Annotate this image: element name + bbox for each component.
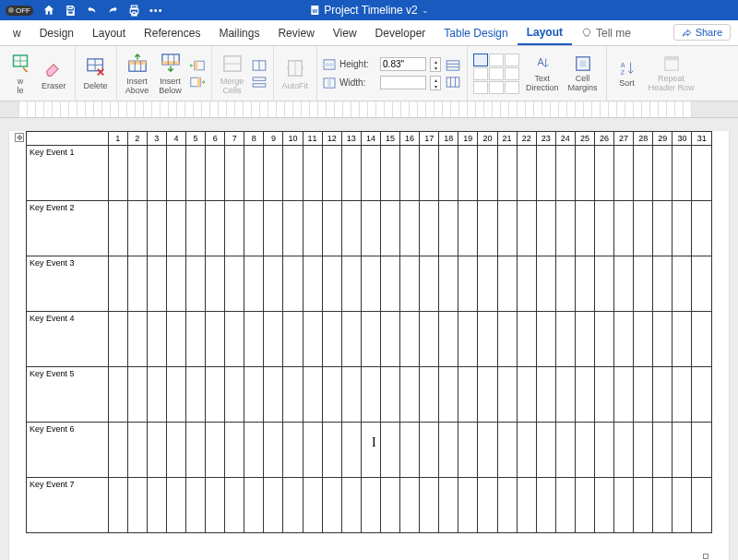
day-cell[interactable] (439, 256, 458, 312)
day-cell[interactable] (361, 256, 380, 312)
distribute-cols-button[interactable] (445, 75, 461, 89)
day-cell[interactable] (186, 146, 206, 201)
day-cell[interactable] (283, 146, 303, 201)
day-cell[interactable] (400, 201, 420, 256)
day-cell[interactable] (439, 201, 458, 256)
day-header[interactable]: 19 (458, 132, 478, 146)
day-cell[interactable] (186, 256, 206, 312)
day-cell[interactable] (420, 423, 439, 478)
day-cell[interactable] (206, 312, 225, 367)
day-cell[interactable] (341, 256, 361, 312)
day-cell[interactable] (380, 478, 399, 533)
day-cell[interactable] (439, 367, 458, 423)
row-label-cell[interactable]: Key Event 5 (27, 367, 109, 423)
day-cell[interactable] (322, 201, 341, 256)
day-cell[interactable] (244, 146, 264, 201)
day-cell[interactable] (555, 146, 575, 201)
day-header[interactable]: 8 (244, 132, 264, 146)
sort-button[interactable]: AZ Sort (613, 57, 642, 90)
day-header[interactable]: 24 (555, 132, 575, 146)
day-cell[interactable] (127, 146, 147, 201)
day-cell[interactable] (206, 423, 225, 478)
cell-margins-button[interactable]: Cell Margins (565, 53, 601, 95)
day-header[interactable]: 28 (634, 132, 653, 146)
day-cell[interactable] (147, 478, 166, 533)
day-cell[interactable] (225, 423, 244, 478)
height-input[interactable] (380, 57, 426, 71)
day-cell[interactable] (575, 312, 594, 367)
day-header[interactable]: 16 (400, 132, 420, 146)
day-cell[interactable] (341, 478, 361, 533)
day-cell[interactable] (673, 146, 692, 201)
day-cell[interactable] (166, 201, 185, 256)
day-cell[interactable] (517, 367, 536, 423)
day-cell[interactable] (264, 256, 283, 312)
day-cell[interactable] (361, 146, 380, 201)
day-cell[interactable] (673, 423, 692, 478)
day-header[interactable]: 6 (206, 132, 225, 146)
day-cell[interactable] (634, 201, 653, 256)
day-cell[interactable] (536, 146, 555, 201)
table-row[interactable]: Key Event 3 (27, 256, 712, 312)
day-cell[interactable] (497, 478, 517, 533)
day-cell[interactable] (166, 312, 185, 367)
day-cell[interactable] (322, 256, 341, 312)
day-cell[interactable] (186, 201, 206, 256)
day-cell[interactable] (555, 201, 575, 256)
day-cell[interactable] (127, 423, 147, 478)
day-cell[interactable] (244, 312, 264, 367)
day-cell[interactable] (225, 312, 244, 367)
text-direction-button[interactable]: A Text Direction (523, 53, 562, 95)
day-cell[interactable] (420, 367, 439, 423)
tab-partial[interactable]: w (4, 20, 30, 45)
day-header[interactable]: 17 (420, 132, 439, 146)
day-cell[interactable] (634, 367, 653, 423)
day-cell[interactable] (303, 146, 322, 201)
tab-mailings[interactable]: Mailings (209, 20, 268, 45)
day-cell[interactable] (478, 312, 497, 367)
save-icon[interactable] (65, 5, 77, 17)
day-cell[interactable] (186, 312, 206, 367)
day-cell[interactable] (283, 312, 303, 367)
day-cell[interactable] (692, 367, 712, 423)
row-label-cell[interactable]: Key Event 7 (27, 478, 109, 533)
row-label-cell[interactable]: Key Event 6 (27, 423, 109, 478)
day-cell[interactable] (244, 478, 264, 533)
tab-layout[interactable]: Layout (83, 20, 135, 45)
day-cell[interactable] (478, 423, 497, 478)
day-cell[interactable] (634, 478, 653, 533)
day-cell[interactable] (206, 146, 225, 201)
day-cell[interactable] (614, 146, 634, 201)
day-cell[interactable] (147, 146, 166, 201)
day-cell[interactable] (108, 146, 127, 201)
day-cell[interactable] (244, 256, 264, 312)
tab-view[interactable]: View (324, 20, 366, 45)
day-cell[interactable] (166, 423, 185, 478)
day-cell[interactable] (653, 478, 673, 533)
chevron-down-icon[interactable]: ⌄ (422, 6, 429, 15)
day-cell[interactable] (322, 312, 341, 367)
day-cell[interactable] (322, 423, 341, 478)
day-cell[interactable] (555, 367, 575, 423)
day-header[interactable]: 7 (225, 132, 244, 146)
day-header[interactable]: 10 (283, 132, 303, 146)
day-header[interactable]: 2 (127, 132, 147, 146)
day-cell[interactable] (322, 367, 341, 423)
day-cell[interactable] (147, 312, 166, 367)
table-move-handle[interactable]: ✥ (15, 133, 24, 142)
day-cell[interactable] (244, 423, 264, 478)
day-cell[interactable] (594, 201, 613, 256)
day-cell[interactable] (536, 256, 555, 312)
day-cell[interactable] (244, 201, 264, 256)
day-cell[interactable] (536, 478, 555, 533)
day-cell[interactable] (594, 478, 613, 533)
day-cell[interactable] (380, 423, 399, 478)
day-cell[interactable] (380, 146, 399, 201)
day-cell[interactable] (108, 201, 127, 256)
eraser-button[interactable]: Eraser (39, 54, 69, 93)
day-cell[interactable] (303, 256, 322, 312)
day-cell[interactable] (517, 312, 536, 367)
day-cell[interactable] (108, 367, 127, 423)
day-cell[interactable] (264, 312, 283, 367)
day-cell[interactable] (341, 201, 361, 256)
